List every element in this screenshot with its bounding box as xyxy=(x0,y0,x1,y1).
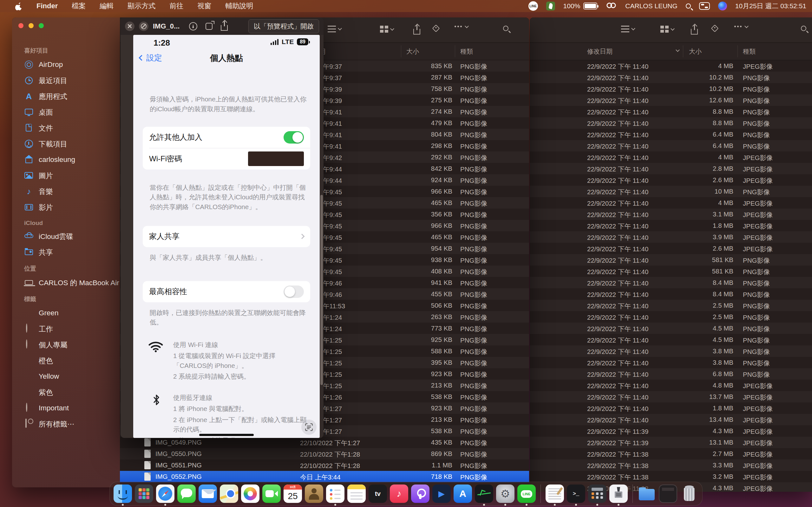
sidebar-item-icloud-[interactable]: iCloud雲碟 xyxy=(12,228,120,244)
markup-icon[interactable] xyxy=(189,22,197,31)
table-row[interactable]: IMG_0550.PNG22/10/2022 下午1:28869 KBPNG影像 xyxy=(120,448,529,459)
dock-item-downloads[interactable] xyxy=(638,485,656,503)
sidebar-item--[interactable]: 桌面 xyxy=(12,104,120,120)
search-icon[interactable] xyxy=(686,3,691,9)
column-divider[interactable] xyxy=(738,45,738,57)
dock-item-contacts[interactable] xyxy=(305,485,323,503)
menu-item-file[interactable]: 檔案 xyxy=(65,0,93,12)
line-icon[interactable]: LINE xyxy=(528,1,538,11)
table-row[interactable]: 22/9/2022 下午 11:40581 KBPNG影像 xyxy=(530,254,812,266)
dock-item-finder[interactable] xyxy=(113,485,132,503)
green-hand-icon[interactable] xyxy=(546,2,555,10)
menu-item-help[interactable]: 輔助說明 xyxy=(218,0,260,12)
siri-icon[interactable] xyxy=(718,2,727,10)
table-row[interactable]: IMG_0551.PNG22/10/2022 下午1:281.1 MBPNG影像 xyxy=(120,459,529,471)
table-row[interactable]: 22/9/2022 下午 11:4010 MBPNG影像 xyxy=(530,186,812,197)
control-center-icon[interactable] xyxy=(699,2,710,10)
dock-item-maps[interactable] xyxy=(220,485,238,503)
column-header-kind[interactable]: 種類 xyxy=(743,47,756,56)
column-divider[interactable] xyxy=(401,45,401,57)
share-button[interactable] xyxy=(691,26,698,35)
table-row[interactable]: 22/9/2022 下午 11:404.8 MBJPEG影像 xyxy=(530,380,812,391)
table-row[interactable]: 22/9/2022 下午 11:4013.7 MBJPEG影像 xyxy=(530,391,812,402)
table-row[interactable]: 22/9/2022 下午 11:383.2 MBJPEG影像 xyxy=(530,471,812,482)
group-by-button[interactable] xyxy=(380,26,394,33)
dock-item-calculator[interactable] xyxy=(588,485,606,503)
column-divider[interactable] xyxy=(455,45,455,57)
column-header-size[interactable]: 大小 xyxy=(406,47,419,56)
minimize-button[interactable] xyxy=(29,23,34,28)
column-header-kind[interactable]: 種類 xyxy=(460,47,473,56)
dock-item-facetime[interactable] xyxy=(262,485,281,503)
table-row[interactable]: 22/9/2022 下午 11:383.3 MBJPEG影像 xyxy=(530,459,812,471)
table-row[interactable]: 22/9/2022 下午 11:4010.2 MBPNG影像 xyxy=(530,83,812,95)
table-row[interactable]: 22/9/2022 下午 11:408.4 MBPNG影像 xyxy=(530,288,812,300)
dock-item-app-store[interactable]: A xyxy=(454,485,472,503)
sidebar-item--[interactable]: 紫色 xyxy=(12,384,120,400)
table-row[interactable]: 22/9/2022 下午 11:406.8 MBPNG影像 xyxy=(530,368,812,380)
sidebar-item--[interactable]: A應用程式 xyxy=(12,89,120,104)
dock-item-reminders[interactable] xyxy=(326,485,345,503)
menu-item-go[interactable]: 前往 xyxy=(162,0,190,12)
table-row[interactable]: IMG_0549.PNG22/10/2022 下午1:27435 KBPNG影像 xyxy=(120,437,529,448)
share-button[interactable] xyxy=(413,26,420,35)
quicklook-scrollbar-thumb[interactable] xyxy=(320,195,323,385)
sidebar-item-important[interactable]: Important xyxy=(12,400,120,416)
table-row[interactable]: 22/9/2022 下午 11:3913.1 MBJPEG影像 xyxy=(530,437,812,448)
search-button[interactable] xyxy=(801,26,806,31)
view-list-button[interactable] xyxy=(328,26,341,32)
sidebar-item-green[interactable]: Green xyxy=(12,305,120,321)
column-header-size[interactable]: 大小 xyxy=(689,47,702,56)
table-row[interactable]: 22/9/2022 下午 11:4013.4 MBJPEG影像 xyxy=(530,414,812,425)
sidebar-item--[interactable]: 個人專屬 xyxy=(12,337,120,353)
menu-item-finder[interactable]: Finder xyxy=(30,0,65,12)
table-row[interactable]: 22/9/2022 下午 11:404.5 MBPNG影像 xyxy=(530,334,812,345)
table-row[interactable]: 22/9/2022 下午 11:406.4 MBPNG影像 xyxy=(530,129,812,140)
zoom-button[interactable] xyxy=(39,23,44,28)
table-row[interactable]: IMG_0552.PNG今日 上午3:44718 KBPNG影像 xyxy=(120,471,529,482)
table-row[interactable]: 22/9/2022 下午 11:403.9 MBJPEG影像 xyxy=(530,231,812,243)
sidebar-item-yellow[interactable]: Yellow xyxy=(12,369,120,384)
open-with-preview-button[interactable]: 以「預覽程式」開啟 xyxy=(248,19,319,33)
dock-item-mail[interactable] xyxy=(199,485,217,503)
dock-item-minimized-window[interactable] xyxy=(659,485,677,503)
table-row[interactable]: 22/9/2022 下午 11:394.3 MBJPEG影像 xyxy=(530,425,812,437)
sidebar-item-carlosleung[interactable]: carlosleung xyxy=(12,152,120,168)
dock-item-chip-tool[interactable] xyxy=(609,485,628,503)
menu-item-edit[interactable]: 編輯 xyxy=(93,0,120,12)
dock-item-safari[interactable] xyxy=(156,485,174,503)
table-row[interactable]: 22/9/2022 下午 11:4010.2 MBPNG影像 xyxy=(530,72,812,83)
menu-clock[interactable]: 10月25日 週二 03:52:51 xyxy=(735,2,806,10)
dock-item-photos[interactable] xyxy=(241,485,259,503)
dock-item-music[interactable]: ♪ xyxy=(390,485,408,503)
sidebar-item-airdrop[interactable]: AirDrop xyxy=(12,57,120,72)
close-button[interactable] xyxy=(18,23,23,28)
close-icon[interactable] xyxy=(125,21,135,31)
tag-button[interactable] xyxy=(433,26,439,31)
dock-item-line[interactable] xyxy=(517,485,536,503)
table-row[interactable]: 22/9/2022 下午 11:401.8 MBJPEG影像 xyxy=(530,402,812,414)
share-icon[interactable] xyxy=(221,25,228,31)
dock-item-activity-monitor[interactable] xyxy=(475,485,493,503)
table-row[interactable]: 22/9/2022 下午 11:403.1 MBJPEG影像 xyxy=(530,209,812,220)
table-row[interactable]: 22/9/2022 下午 11:40581 KBPNG影像 xyxy=(530,266,812,277)
dock-item-tv[interactable]: tv xyxy=(368,485,387,503)
table-row[interactable]: 22/9/2022 下午 11:408.8 MBPNG影像 xyxy=(530,117,812,129)
sidebar-item--[interactable]: 圖片 xyxy=(12,168,120,183)
dock-item-launchpad[interactable] xyxy=(135,485,153,503)
sidebar-item--[interactable]: 最近項目 xyxy=(12,72,120,89)
column-header-date[interactable]: 修改日期 xyxy=(587,47,612,56)
search-button[interactable] xyxy=(503,26,508,31)
table-row[interactable]: 22/9/2022 下午 11:404 MBJPEG影像 xyxy=(530,197,812,209)
sidebar-item-carlos-macbook-air[interactable]: CARLOS 的 MacBook Air xyxy=(12,275,120,291)
table-row[interactable]: 22/9/2022 下午 11:406.4 MBPNG影像 xyxy=(530,140,812,152)
user-menu[interactable]: CARLOS LEUNG xyxy=(625,2,677,10)
table-row[interactable]: 22/9/2022 下午 11:404.5 MBPNG影像 xyxy=(530,323,812,334)
dock-item-notes[interactable] xyxy=(347,485,366,503)
dock-item-podcasts[interactable] xyxy=(411,485,429,503)
dock-item-trash[interactable] xyxy=(680,485,699,503)
column-divider[interactable] xyxy=(683,45,683,57)
sidebar-item--[interactable]: 影片 xyxy=(12,199,120,215)
dock-item-terminal[interactable]: >_ xyxy=(567,485,585,503)
table-row[interactable]: 22/9/2022 下午 11:408.4 MBPNG影像 xyxy=(530,277,812,288)
